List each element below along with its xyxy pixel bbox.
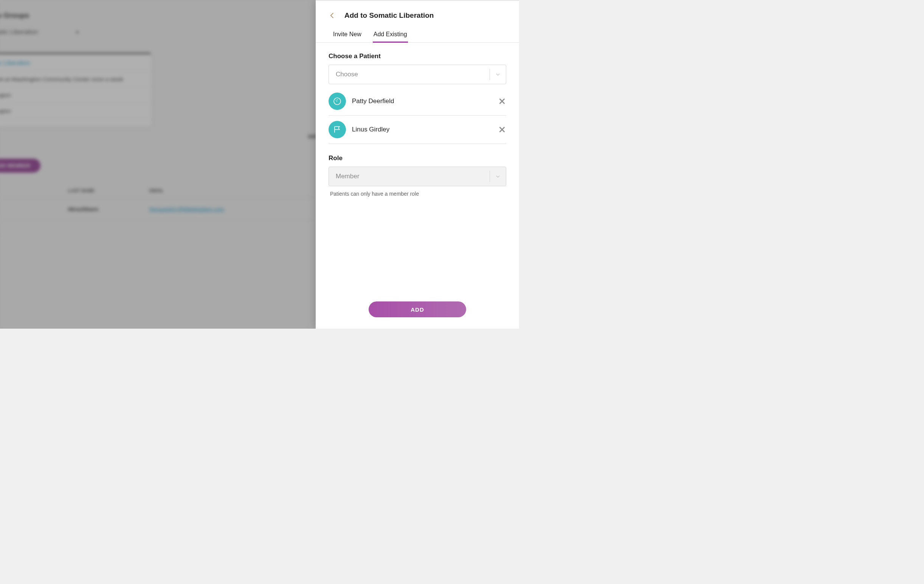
bowling-icon <box>333 97 342 106</box>
patient-row: Linus Girdley <box>328 115 506 144</box>
chevron-down-icon <box>495 72 500 77</box>
patient-name: Linus Girdley <box>352 126 492 133</box>
avatar <box>328 92 346 110</box>
patient-name: Patty Deerfield <box>352 97 492 105</box>
role-select: Member <box>328 166 506 186</box>
role-section: Role Member Patients can only have a mem… <box>328 155 506 197</box>
svg-point-3 <box>337 101 337 102</box>
chevron-down-icon <box>495 174 500 179</box>
tabs: Invite New Add Existing <box>316 28 519 43</box>
patient-select-placeholder: Choose <box>336 71 358 78</box>
patient-select[interactable]: Choose <box>328 64 506 84</box>
tab-invite-new[interactable]: Invite New <box>332 28 362 43</box>
panel-footer: ADD <box>316 294 519 329</box>
select-arrow-wrap <box>490 171 500 182</box>
patient-row: Patty Deerfield <box>328 87 506 115</box>
flag-icon <box>333 125 342 134</box>
remove-patient-icon[interactable] <box>498 125 506 134</box>
panel-header: Add to Somatic Liberation <box>316 1 519 28</box>
back-chevron-icon[interactable] <box>328 12 336 19</box>
add-button[interactable]: ADD <box>369 301 466 317</box>
remove-patient-icon[interactable] <box>498 97 506 105</box>
svg-point-1 <box>336 100 337 100</box>
role-value: Member <box>336 173 359 180</box>
choose-patient-label: Choose a Patient <box>328 53 506 60</box>
panel-body: Choose a Patient Choose Patt <box>316 43 519 294</box>
select-arrow-wrap <box>490 69 500 80</box>
tab-add-existing[interactable]: Add Existing <box>373 28 408 43</box>
avatar <box>328 121 346 138</box>
role-helper-text: Patients can only have a member role <box>328 191 506 197</box>
role-label: Role <box>328 155 506 162</box>
selected-patients-list: Patty Deerfield Linus Girdley <box>328 87 506 144</box>
svg-point-2 <box>337 99 338 100</box>
add-member-panel: Add to Somatic Liberation Invite New Add… <box>316 0 519 329</box>
panel-title: Add to Somatic Liberation <box>345 12 434 20</box>
